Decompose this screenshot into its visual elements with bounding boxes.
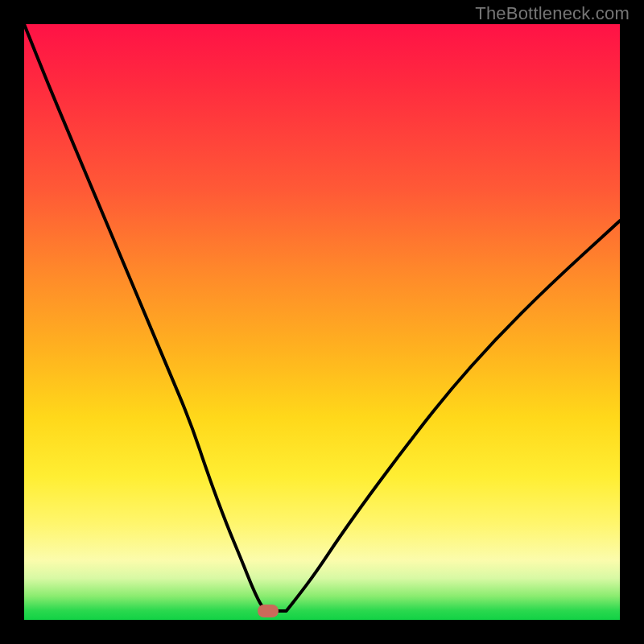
curve-svg bbox=[24, 24, 620, 620]
watermark-text: TheBottleneck.com bbox=[475, 3, 630, 24]
plot-area bbox=[24, 24, 620, 620]
optimal-point-marker bbox=[258, 605, 279, 617]
bottleneck-curve bbox=[24, 24, 620, 611]
image-frame: TheBottleneck.com bbox=[0, 0, 644, 644]
